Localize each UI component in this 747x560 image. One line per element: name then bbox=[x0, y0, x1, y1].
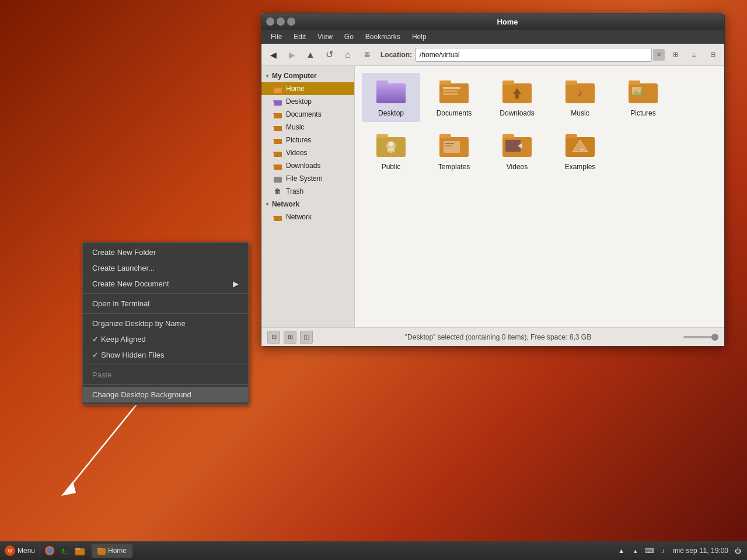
svg-text:♪: ♪ bbox=[578, 87, 583, 99]
sidebar-item-documents[interactable]: Documents bbox=[261, 108, 354, 121]
sidebar-item-downloads[interactable]: Downloads bbox=[261, 159, 354, 172]
toolbar: ◀ ▶ ▲ ↺ ⌂ 🖥 Location: ✕ ⊞ ≡ ⊟ bbox=[261, 44, 724, 66]
back-button[interactable]: ◀ bbox=[265, 47, 281, 63]
menu-bar: File Edit View Go Bookmarks Help bbox=[261, 30, 724, 44]
status-icon-list[interactable]: ⊟ bbox=[267, 331, 280, 344]
svg-rect-26 bbox=[443, 90, 457, 92]
sidebar-item-filesystem[interactable]: File System bbox=[261, 172, 354, 185]
filesystem-icon bbox=[273, 174, 282, 183]
ctx-create-folder[interactable]: Create New Folder bbox=[83, 244, 248, 260]
desktop-folder-icon bbox=[273, 97, 282, 106]
menu-help[interactable]: Help bbox=[407, 32, 431, 42]
menu-go[interactable]: Go bbox=[340, 32, 358, 42]
sys-tray-network-icon[interactable]: ▲ bbox=[617, 546, 626, 555]
location-clear-button[interactable]: ✕ bbox=[653, 49, 665, 61]
sidebar-item-network[interactable]: Network bbox=[261, 211, 354, 223]
file-item-downloads[interactable]: Downloads bbox=[488, 73, 546, 122]
sidebar-item-documents-label: Documents bbox=[286, 110, 322, 118]
sidebar-item-pictures[interactable]: Pictures bbox=[261, 134, 354, 146]
svg-rect-64 bbox=[97, 548, 102, 550]
sys-tray-sound-icon[interactable]: ♪ bbox=[659, 546, 668, 555]
svg-rect-3 bbox=[274, 88, 282, 93]
maximize-button[interactable] bbox=[277, 18, 285, 26]
menu-view[interactable]: View bbox=[313, 32, 337, 42]
file-item-videos[interactable]: Videos bbox=[488, 127, 546, 176]
status-icon-tree[interactable]: ⊞ bbox=[284, 331, 296, 344]
status-text: "Desktop" selected (containing 0 items),… bbox=[313, 333, 683, 341]
file-item-templates[interactable]: Templates bbox=[425, 127, 483, 176]
file-item-music[interactable]: ♪ Music bbox=[551, 73, 609, 122]
file-label-pictures: Pictures bbox=[630, 109, 655, 117]
ctx-create-launcher[interactable]: Create Launcher... bbox=[83, 260, 248, 276]
status-icon-preview[interactable]: ◫ bbox=[300, 331, 313, 344]
sidebar-item-music-label: Music bbox=[286, 123, 304, 131]
svg-rect-47 bbox=[445, 143, 454, 144]
menu-bookmarks[interactable]: Bookmarks bbox=[361, 32, 405, 42]
ctx-show-hidden[interactable]: ✓Show Hidden Files bbox=[83, 347, 248, 363]
home-button[interactable]: ⌂ bbox=[340, 47, 356, 63]
minimize-button[interactable] bbox=[266, 18, 274, 26]
list-view-button[interactable]: ≡ bbox=[686, 47, 702, 63]
sidebar-item-music[interactable]: Music bbox=[261, 121, 354, 134]
downloads-folder-icon bbox=[273, 161, 282, 170]
status-bar: ⊟ ⊞ ◫ "Desktop" selected (containing 0 i… bbox=[261, 327, 724, 346]
close-button[interactable] bbox=[287, 18, 295, 26]
taskbar-terminal-icon[interactable]: $_ bbox=[58, 544, 72, 558]
view-toggle-icon[interactable]: ⊞ bbox=[667, 47, 683, 63]
extra-panel-button[interactable]: ⊟ bbox=[704, 47, 721, 63]
ctx-keep-aligned[interactable]: ✓Keep Aligned bbox=[83, 331, 248, 347]
svg-text:$_: $_ bbox=[62, 548, 68, 554]
file-label-examples: Examples bbox=[565, 163, 596, 171]
computer-button[interactable]: 🖥 bbox=[358, 47, 375, 63]
sidebar-item-videos[interactable]: Videos bbox=[261, 146, 354, 159]
taskbar-files-icon[interactable] bbox=[73, 544, 87, 558]
reload-button[interactable]: ↺ bbox=[321, 47, 337, 63]
zoom-slider[interactable] bbox=[683, 336, 718, 338]
taskbar-start-button[interactable]: U Menu bbox=[0, 541, 40, 560]
menu-edit[interactable]: Edit bbox=[289, 32, 310, 42]
sidebar-item-pictures-label: Pictures bbox=[286, 136, 311, 144]
svg-rect-32 bbox=[566, 80, 577, 85]
sys-tray-power-icon[interactable]: ⏻ bbox=[733, 546, 742, 555]
sidebar-item-trash[interactable]: 🗑 Trash bbox=[261, 185, 354, 198]
sys-tray-keyboard-icon[interactable]: ⌨ bbox=[645, 546, 654, 555]
file-item-examples[interactable]: Examples bbox=[551, 127, 609, 176]
sidebar-item-trash-label: Trash bbox=[286, 187, 303, 195]
ubuntu-logo-icon: U bbox=[5, 545, 15, 556]
svg-rect-6 bbox=[273, 100, 277, 102]
sidebar-item-home[interactable]: Home bbox=[261, 82, 354, 95]
ctx-open-terminal[interactable]: Open in Terminal bbox=[83, 296, 248, 312]
sidebar-item-desktop[interactable]: Desktop bbox=[261, 95, 354, 108]
ctx-change-background[interactable]: Change Desktop Background bbox=[83, 387, 248, 402]
svg-rect-40 bbox=[376, 134, 388, 138]
svg-rect-8 bbox=[273, 113, 277, 114]
file-item-pictures[interactable]: Pictures bbox=[614, 73, 672, 122]
ctx-keep-aligned-label: Keep Aligned bbox=[101, 335, 146, 344]
sidebar-section-my-computer[interactable]: ▼ My Computer bbox=[261, 69, 354, 82]
zoom-thumb[interactable] bbox=[711, 334, 718, 341]
taskbar-window-home[interactable]: Home bbox=[92, 544, 132, 558]
ctx-create-document[interactable]: Create New Document ▶ bbox=[83, 276, 248, 292]
sidebar-section-computer-label: My Computer bbox=[272, 72, 317, 80]
svg-rect-21 bbox=[376, 83, 406, 103]
ctx-sep-4 bbox=[83, 384, 248, 385]
location-input[interactable] bbox=[416, 48, 652, 62]
forward-button[interactable]: ▶ bbox=[284, 47, 300, 63]
sidebar-section-network[interactable]: ▼ Network bbox=[261, 198, 354, 211]
sys-tray-arrow-icon[interactable]: ▴ bbox=[631, 546, 640, 555]
up-button[interactable]: ▲ bbox=[302, 47, 319, 63]
svg-point-43 bbox=[387, 148, 395, 153]
file-item-desktop[interactable]: Desktop bbox=[362, 73, 420, 122]
desktop-folder-large-icon bbox=[375, 78, 407, 106]
taskbar-firefox-icon[interactable] bbox=[43, 544, 57, 558]
taskbar-window-label: Home bbox=[108, 547, 127, 555]
file-item-public[interactable]: Public bbox=[362, 127, 420, 176]
file-label-templates: Templates bbox=[438, 163, 470, 171]
menu-file[interactable]: File bbox=[266, 32, 287, 42]
file-item-documents[interactable]: Documents bbox=[425, 73, 483, 122]
ctx-organize-desktop[interactable]: Organize Desktop by Name bbox=[83, 316, 248, 331]
taskbar-right: ▲ ▴ ⌨ ♪ mié sep 11, 19:00 ⏻ bbox=[612, 541, 747, 560]
templates-folder-large-icon bbox=[438, 131, 470, 159]
pictures-folder-icon bbox=[273, 135, 282, 145]
videos-folder-large-icon bbox=[501, 131, 533, 159]
